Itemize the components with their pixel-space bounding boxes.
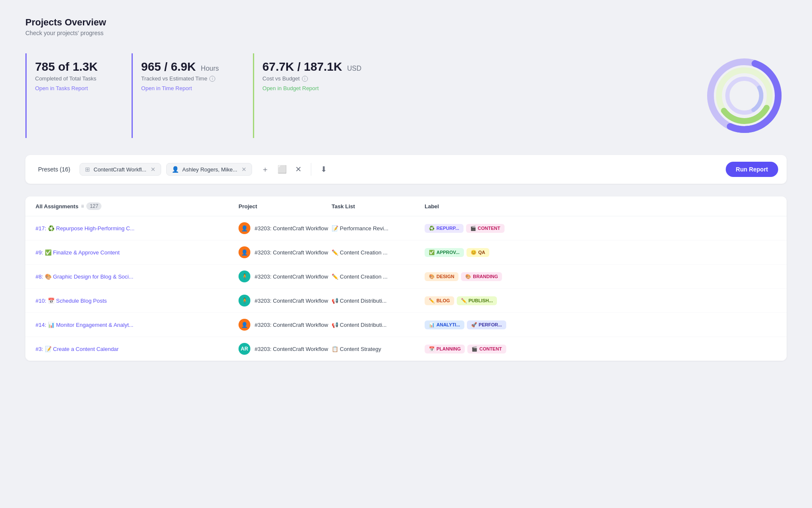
th-assignments-label: All Assignments <box>36 203 78 210</box>
stat-budget-value: 67.7K / 187.1K USD <box>263 60 362 74</box>
run-report-button[interactable]: Run Report <box>726 162 778 177</box>
assignee-cell: 👤 #3203: ContentCraft Workflow <box>239 246 332 258</box>
task-id: #8: 🎨 Graphic Design for Blog & Soci... <box>36 273 133 280</box>
task-cell: #14: 📊 Monitor Engagement & Analyt... <box>36 322 239 328</box>
table-body: #17: ♻️ Repurpose High-Performing C... 👤… <box>25 216 787 361</box>
filter-chip-project: ⊞ ContentCraft Workfl... ✕ <box>80 163 161 176</box>
donut-chart <box>702 53 787 138</box>
th-tasklist: Task List <box>332 202 425 210</box>
page-subtitle: Check your projects' progress <box>25 30 787 36</box>
assignee-cell: 👤 #3203: ContentCraft Workflow <box>239 222 332 234</box>
budget-info-icon[interactable]: i <box>302 76 308 82</box>
add-filter-button[interactable]: ＋ <box>259 163 272 176</box>
label-badge: ✏️ BLOG <box>425 296 454 305</box>
clear-filters-button[interactable]: ✕ <box>293 163 304 176</box>
label-emoji: 🎬 <box>472 346 477 352</box>
th-label: Label <box>425 202 776 210</box>
table-header: All Assignments ≡ 127 Project Task List … <box>25 196 787 216</box>
label-emoji: ♻️ <box>429 226 435 231</box>
label-emoji: 🎬 <box>470 226 476 231</box>
labels-cell: 📊 ANALYTI... 🚀 PERFOR... <box>425 320 776 329</box>
label-text: DESIGN <box>436 274 454 279</box>
task-link[interactable]: #3: 📝 Create a Content Calendar <box>36 346 119 352</box>
save-filter-button[interactable]: ⬜ <box>275 163 289 176</box>
header-left: Projects Overview Check your projects' p… <box>25 17 787 36</box>
labels-cell: ✏️ BLOG ✏️ PUBLISH... <box>425 296 776 305</box>
label-badge: 🎬 CONTENT <box>467 345 506 353</box>
assignee-cell: 🧍 #3203: ContentCraft Workflow <box>239 295 332 306</box>
label-badge: ✅ APPROV... <box>425 248 464 257</box>
assignee-cell: AR #3203: ContentCraft Workflow <box>239 343 332 355</box>
assignee-filter-label: Ashley Rogers, Mike... <box>182 166 237 173</box>
project-filter-close[interactable]: ✕ <box>151 166 156 173</box>
task-link[interactable]: #9: ✅ Finalize & Approve Content <box>36 249 120 256</box>
assignee-cell: 🧍 #3203: ContentCraft Workflow <box>239 271 332 282</box>
task-link[interactable]: #8: 🎨 Graphic Design for Blog & Soci... <box>36 273 133 280</box>
tasks-report-link[interactable]: Open in Tasks Report <box>35 85 88 91</box>
labels-cell: 📅 PLANNING 🎬 CONTENT <box>425 345 776 353</box>
label-emoji: ✏️ <box>461 298 467 304</box>
th-project: Project <box>239 202 332 210</box>
task-cell: #8: 🎨 Graphic Design for Blog & Soci... <box>36 273 239 280</box>
presets-button[interactable]: Presets (16) <box>34 163 74 175</box>
stat-time: 965 / 6.9K Hours Tracked vs Estimated Ti… <box>132 53 236 138</box>
task-cell: #10: 📅 Schedule Blog Posts <box>36 298 239 304</box>
sort-icon[interactable]: ≡ <box>81 203 84 209</box>
assignee-cell: 👤 #3203: ContentCraft Workflow <box>239 319 332 331</box>
labels-cell: 🎨 DESIGN 🎨 BRANDING <box>425 272 776 281</box>
label-badge: 🎬 CONTENT <box>466 224 505 233</box>
header-section: Projects Overview Check your projects' p… <box>25 17 787 36</box>
task-id: #3: 📝 Create a Content Calendar <box>36 346 119 352</box>
label-text: CONTENT <box>478 226 500 231</box>
tasklist-cell: ✏️ Content Creation ... <box>332 249 425 256</box>
project-cell: #3203: ContentCraft Workflow <box>255 273 328 280</box>
filter-actions: ＋ ⬜ ✕ <box>259 163 304 176</box>
table-row: #14: 📊 Monitor Engagement & Analyt... 👤 … <box>25 313 787 337</box>
label-text: PERFOR... <box>479 322 502 327</box>
tasklist-cell: ✏️ Content Creation ... <box>332 273 425 280</box>
stat-budget: 67.7K / 187.1K USD Cost vs Budget i Open… <box>253 53 379 138</box>
table-row: #3: 📝 Create a Content Calendar AR #3203… <box>25 337 787 361</box>
label-badge: 😊 QA <box>466 248 490 257</box>
stat-time-value: 965 / 6.9K Hours <box>141 60 219 74</box>
avatar: 👤 <box>239 319 250 331</box>
stats-row: 785 of 1.3K Completed of Total Tasks Ope… <box>25 53 787 138</box>
project-cell: #3203: ContentCraft Workflow <box>255 249 328 256</box>
tasklist-cell: 📢 Content Distributi... <box>332 322 425 328</box>
assignee-filter-close[interactable]: ✕ <box>241 166 247 173</box>
time-report-link[interactable]: Open in Time Report <box>141 85 192 91</box>
label-text: BRANDING <box>473 274 498 279</box>
task-cell: #9: ✅ Finalize & Approve Content <box>36 249 239 256</box>
label-text: CONTENT <box>479 346 502 351</box>
label-emoji: 😊 <box>471 250 477 255</box>
label-text: ANALYTI... <box>436 322 460 327</box>
tasklist-cell: 📋 Content Strategy <box>332 346 425 352</box>
label-badge: 🎨 DESIGN <box>425 272 458 281</box>
avatar: 👤 <box>239 246 250 258</box>
label-text: PLANNING <box>436 346 461 351</box>
tasklist-cell: 📢 Content Distributi... <box>332 298 425 304</box>
stat-tasks-label: Completed of Total Tasks <box>35 75 98 82</box>
filter-chip-assignee: 👤 Ashley Rogers, Mike... ✕ <box>166 163 252 176</box>
task-link[interactable]: #14: 📊 Monitor Engagement & Analyt... <box>36 322 133 328</box>
task-id: #14: 📊 Monitor Engagement & Analyt... <box>36 322 133 328</box>
stat-tasks-value: 785 of 1.3K <box>35 60 98 74</box>
page-title: Projects Overview <box>25 17 787 28</box>
label-text: REPURP... <box>436 226 459 231</box>
avatar: AR <box>239 343 250 355</box>
label-emoji: 🎨 <box>465 274 471 279</box>
budget-report-link[interactable]: Open in Budget Report <box>263 85 319 91</box>
avatar: 🧍 <box>239 295 250 306</box>
label-text: QA <box>478 250 486 255</box>
assignment-count: 127 <box>86 202 102 210</box>
task-link[interactable]: #17: ♻️ Repurpose High-Performing C... <box>36 225 134 232</box>
label-badge: ✏️ PUBLISH... <box>457 296 497 305</box>
x-icon: ✕ <box>295 165 302 174</box>
task-id: #10: 📅 Schedule Blog Posts <box>36 298 107 304</box>
stat-time-label: Tracked vs Estimated Time i <box>141 75 219 82</box>
time-info-icon[interactable]: i <box>209 76 215 82</box>
task-link[interactable]: #10: 📅 Schedule Blog Posts <box>36 298 107 304</box>
project-filter-icon: ⊞ <box>85 166 90 173</box>
labels-cell: ✅ APPROV... 😊 QA <box>425 248 776 257</box>
download-button[interactable]: ⬇ <box>318 163 329 176</box>
